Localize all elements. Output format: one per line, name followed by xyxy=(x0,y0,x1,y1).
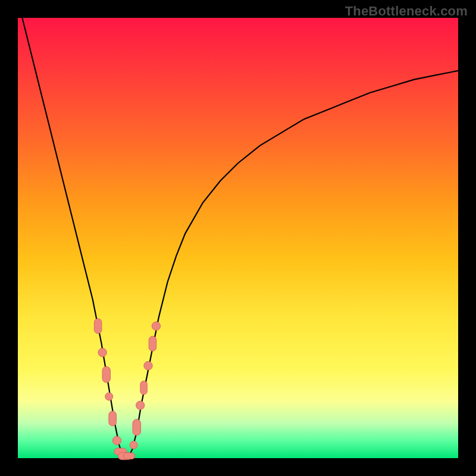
chart-frame: TheBottleneck.com xyxy=(0,0,476,476)
watermark-text: TheBottleneck.com xyxy=(345,4,468,19)
plot-area xyxy=(18,18,458,458)
